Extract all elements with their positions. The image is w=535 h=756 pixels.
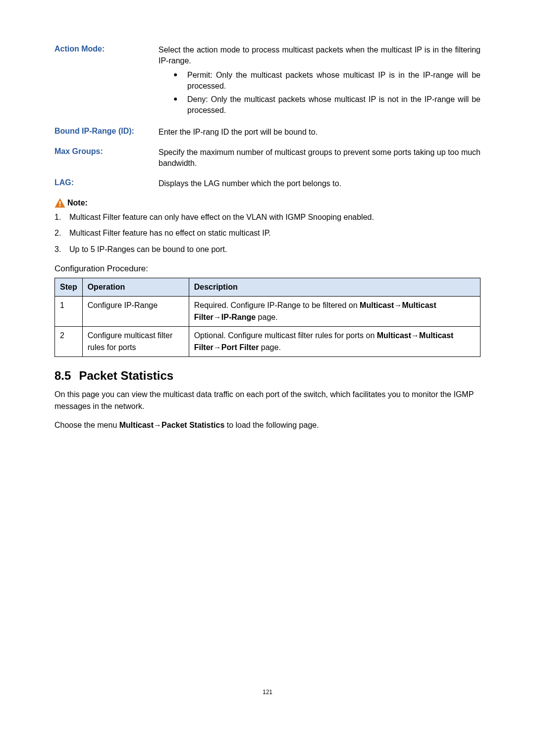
desc-text: page. [256,313,277,321]
note-label: Note: [67,199,88,207]
table-cell-description: Required. Configure IP-Range to be filte… [189,297,480,327]
definition-desc: Specify the maximum number of multicast … [159,147,481,169]
body-paragraph: On this page you can view the multicast … [54,389,481,412]
section-number: 8.5 [54,369,71,382]
svg-rect-1 [59,201,61,204]
definition-term: LAG: [54,178,159,189]
definition-term: Max Groups: [54,147,159,169]
definition-row: Bound IP-Range (ID): Enter the IP-rang I… [54,127,481,138]
config-procedure-title: Configuration Procedure: [54,264,481,274]
note-section: Note: Multicast Filter feature can only … [54,198,481,255]
page-number: 121 [54,689,481,696]
definition-desc-text: Select the action mode to process multic… [159,46,481,65]
paragraph-text: Choose the menu [54,421,119,429]
note-item: Multicast Filter feature can only have e… [54,212,481,223]
section-heading: 8.5Packet Statistics [54,369,481,383]
paragraph-text: to load the following page. [224,421,319,429]
table-cell-description: Optional. Configure multicast filter rul… [189,327,480,357]
definition-desc: Displays the LAG number which the port b… [159,178,481,189]
note-item: Multicast Filter feature has no effect o… [54,228,481,239]
definition-term: Bound IP-Range (ID): [54,127,159,138]
table-row: 1 Configure IP-Range Required. Configure… [55,297,481,327]
definition-row: LAG: Displays the LAG number which the p… [54,178,481,189]
definition-term: Action Mode: [54,45,159,118]
paragraph-bold: Multicast→Packet Statistics [119,421,225,429]
table-header-step: Step [55,278,83,297]
definition-row: Max Groups: Specify the maximum number o… [54,147,481,169]
bullet-item: Deny: Only the multicast packets whose m… [173,94,481,116]
desc-text: page. [259,343,280,352]
definition-desc: Select the action mode to process multic… [159,45,481,118]
desc-text: Required. Configure IP-Range to be filte… [194,301,360,309]
svg-rect-2 [59,205,61,206]
note-list: Multicast Filter feature can only have e… [54,212,481,255]
definitions-section: Action Mode: Select the action mode to p… [54,45,481,189]
definition-row: Action Mode: Select the action mode to p… [54,45,481,118]
desc-text: Optional. Configure multicast filter rul… [194,331,377,340]
note-header: Note: [54,198,481,208]
table-cell-operation: Configure IP-Range [82,297,189,327]
bullet-item: Permit: Only the multicast packets whose… [173,70,481,92]
table-header-operation: Operation [82,278,189,297]
table-header-row: Step Operation Description [55,278,481,297]
section-title: Packet Statistics [79,369,173,382]
table-row: 2 Configure multicast filter rules for p… [55,327,481,357]
note-item: Up to 5 IP-Ranges can be bound to one po… [54,244,481,255]
table-cell-step: 2 [55,327,83,357]
table-cell-step: 1 [55,297,83,327]
body-paragraph: Choose the menu Multicast→Packet Statist… [54,419,481,431]
table-header-description: Description [189,278,480,297]
definition-desc: Enter the IP-rang ID the port will be bo… [159,127,481,138]
warning-icon [54,198,65,208]
bullet-list: Permit: Only the multicast packets whose… [173,70,481,116]
table-cell-operation: Configure multicast filter rules for por… [82,327,189,357]
procedure-table: Step Operation Description 1 Configure I… [54,278,481,357]
